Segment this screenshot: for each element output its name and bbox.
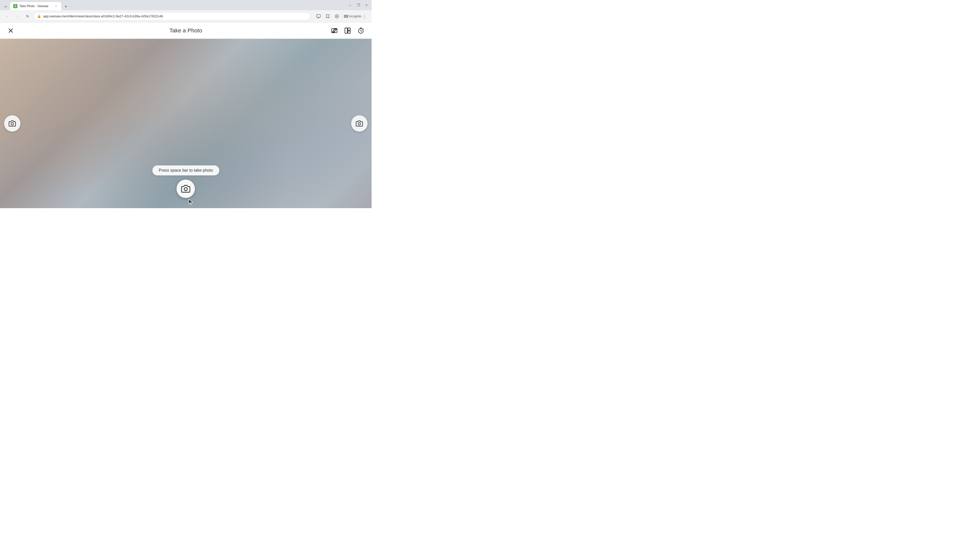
camera-area: Press space bar to take photo — [0, 39, 372, 208]
header-actions — [330, 26, 366, 35]
shutter-button[interactable] — [177, 179, 195, 198]
address-bar-row: ‹ › ↻ 🔒 app.seesaw.me/#/item/new/class/c… — [0, 10, 372, 22]
close-button[interactable] — [6, 26, 15, 35]
app-header: Take a Photo — [0, 22, 372, 39]
page-title: Take a Photo — [169, 27, 202, 34]
left-camera-switch-button[interactable] — [4, 115, 21, 132]
menu-icon: ⋮ — [362, 14, 367, 19]
minimize-button[interactable]: – — [347, 2, 353, 8]
address-bar-actions: Incognito ⋮ — [314, 12, 369, 21]
svg-rect-0 — [317, 14, 321, 17]
timer-icon — [357, 27, 364, 34]
flip-camera-button[interactable] — [330, 26, 339, 35]
svg-point-1 — [337, 16, 337, 17]
tab-close-button[interactable]: × — [54, 4, 58, 8]
svg-rect-2 — [344, 15, 348, 16]
menu-button[interactable]: ⋮ — [360, 12, 369, 21]
svg-point-12 — [11, 123, 13, 125]
bookmark-button[interactable] — [324, 12, 332, 21]
tab-favicon: S — [13, 4, 18, 8]
svg-rect-8 — [345, 28, 347, 33]
tab-group-arrow[interactable] — [2, 3, 9, 10]
new-tab-button[interactable]: + — [62, 3, 69, 10]
grid-layout-button[interactable] — [343, 26, 352, 35]
cursor-indicator — [188, 198, 193, 206]
timer-button[interactable] — [356, 26, 366, 35]
title-bar: S Take Photo - Seesaw × + – ❐ × — [0, 0, 372, 10]
svg-point-7 — [334, 30, 335, 32]
incognito-label: Incognito — [351, 12, 360, 21]
browser-frame: S Take Photo - Seesaw × + – ❐ × — [0, 0, 372, 208]
forward-button[interactable]: › — [13, 12, 21, 21]
back-button[interactable]: ‹ — [3, 12, 11, 21]
tab-title: Take Photo - Seesaw — [19, 4, 52, 8]
tab-bar: S Take Photo - Seesaw × + — [2, 0, 345, 10]
refresh-button[interactable]: ↻ — [24, 12, 32, 21]
camera-feed: Press space bar to take photo — [0, 39, 372, 208]
svg-point-13 — [358, 123, 360, 125]
svg-rect-3 — [344, 17, 348, 17]
shutter-camera-icon — [181, 184, 190, 193]
url-text: app.seesaw.me/#/item/new/class/class.e01… — [43, 14, 307, 18]
active-tab[interactable]: S Take Photo - Seesaw × — [10, 2, 61, 10]
camera-icon-right — [356, 120, 363, 127]
extensions-button[interactable] — [333, 12, 341, 21]
back-icon: ‹ — [6, 14, 8, 18]
svg-rect-10 — [348, 31, 350, 33]
bottom-controls: Press space bar to take photo — [152, 165, 220, 198]
screen-cast-button[interactable] — [314, 12, 323, 21]
close-window-button[interactable]: × — [363, 2, 369, 8]
restore-button[interactable]: ❐ — [355, 2, 361, 8]
tab-close-icon: × — [56, 5, 57, 8]
flip-camera-icon — [331, 27, 338, 34]
lock-icon: 🔒 — [37, 14, 41, 18]
window-controls: – ❐ × — [347, 2, 369, 8]
refresh-icon: ↻ — [26, 14, 29, 18]
grid-icon — [344, 27, 351, 34]
camera-icon-left — [9, 120, 16, 127]
address-bar[interactable]: 🔒 app.seesaw.me/#/item/new/class/class.e… — [34, 12, 310, 21]
svg-rect-9 — [348, 28, 350, 30]
right-camera-switch-button[interactable] — [351, 115, 368, 132]
spacebar-hint: Press space bar to take photo — [152, 165, 220, 176]
svg-point-14 — [184, 188, 187, 191]
forward-icon: › — [17, 14, 18, 18]
